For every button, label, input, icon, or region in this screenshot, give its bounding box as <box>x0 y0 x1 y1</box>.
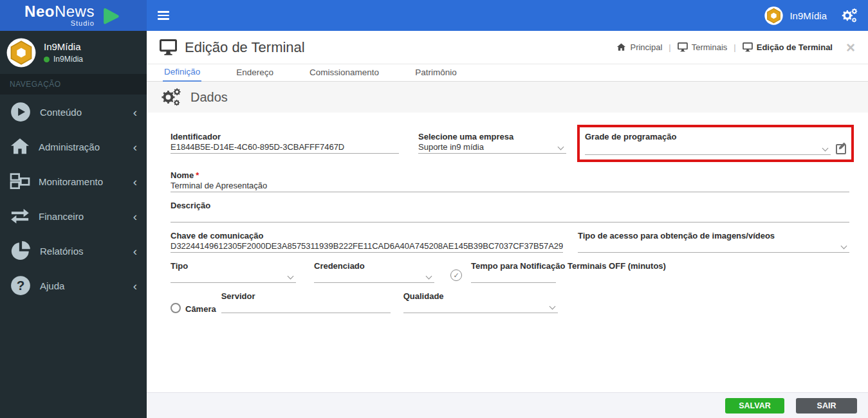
chevron-down-icon <box>822 145 829 152</box>
tab-patrimonio[interactable]: Patrimônio <box>414 65 458 81</box>
sidebar-item-conteudo[interactable]: Conteúdo ‹ <box>0 95 147 129</box>
chevron-down-icon <box>841 243 847 250</box>
close-icon[interactable]: × <box>846 40 855 55</box>
chave-field[interactable]: D32244149612305F2000DE3A8575311939B222FE… <box>171 241 563 253</box>
monitor-icon <box>743 42 753 52</box>
descricao-field[interactable] <box>171 210 849 223</box>
qualidade-select[interactable] <box>403 301 558 313</box>
camera-label: Câmera <box>185 304 216 314</box>
tipo-label: Tipo <box>171 261 296 271</box>
home-icon <box>10 136 30 157</box>
nome-field[interactable]: Terminal de Apresentação <box>171 180 849 192</box>
topbar-user-name[interactable]: In9Mídia <box>790 10 827 21</box>
grade-label: Grade de programação <box>585 132 676 141</box>
settings-cogs-icon[interactable] <box>841 8 858 24</box>
credenciado-select[interactable] <box>314 271 434 283</box>
breadcrumb-principal[interactable]: Principal <box>616 42 662 52</box>
tab-comissionamento[interactable]: Comissionamento <box>308 65 380 81</box>
camera-radio[interactable] <box>171 303 181 313</box>
tipo-acesso-label: Tipo de acesso para obtenção de imagens/… <box>578 231 849 241</box>
tempo-off-label: Tempo para Notificação Terminais OFF (mi… <box>471 261 693 271</box>
servidor-field[interactable] <box>221 301 391 313</box>
empresa-select[interactable]: Suporte in9 mídia <box>418 141 566 154</box>
home-icon <box>616 42 626 52</box>
chevron-left-icon: ‹ <box>133 176 137 188</box>
tab-bar: Definição Endereço Comissionamento Patri… <box>147 64 868 82</box>
exchange-arrows-icon <box>10 206 30 226</box>
chave-label: Chave de comunicação <box>171 231 563 241</box>
play-logo-icon <box>100 5 122 27</box>
chevron-left-icon: ‹ <box>133 141 137 153</box>
identificador-label: Identificador <box>171 132 399 141</box>
grade-select[interactable] <box>585 143 831 155</box>
chevron-left-icon: ‹ <box>133 245 137 257</box>
servidor-label: Servidor <box>221 291 391 301</box>
sidebar-item-administracao[interactable]: Administração ‹ <box>0 129 147 164</box>
question-circle-icon <box>10 275 32 296</box>
check-circle-icon[interactable]: ✓ <box>450 269 462 281</box>
chevron-left-icon: ‹ <box>133 106 137 118</box>
brand-subtitle: Studio <box>24 20 95 27</box>
identificador-field[interactable]: E1844B5E-D14E-4C60-895D-3CBAFFF7467D <box>171 141 399 154</box>
sidebar-user-panel[interactable]: In9Mídia In9Mídia <box>0 31 147 74</box>
tipo-acesso-select[interactable] <box>578 241 849 253</box>
sidebar-item-monitoramento[interactable]: Monitoramento ‹ <box>0 164 147 199</box>
hamburger-menu-icon[interactable] <box>158 9 169 22</box>
navigation-label: NAVEGAÇÃO <box>0 74 147 95</box>
monitor-icon <box>160 39 177 56</box>
breadcrumb-terminais[interactable]: Terminais <box>678 42 728 52</box>
sidebar-menu: Conteúdo ‹ Administração ‹ Monitoramento… <box>0 95 147 303</box>
page-header: Edição de Terminal Principal | Terminais… <box>147 31 868 64</box>
chevron-down-icon <box>558 144 564 150</box>
tab-definicao[interactable]: Definição <box>163 64 201 82</box>
main-content: Edição de Terminal Principal | Terminais… <box>147 31 868 418</box>
cogs-icon <box>160 87 182 107</box>
nome-label: Nome* <box>171 170 849 180</box>
chevron-down-icon <box>549 304 555 310</box>
tab-endereco[interactable]: Endereço <box>235 65 275 81</box>
sidebar: NeoNews Studio In9Mídia In9Mídia NAVEGAÇ… <box>0 0 147 418</box>
avatar <box>6 38 36 68</box>
sidebar-item-relatorios[interactable]: Relatórios ‹ <box>0 233 147 268</box>
tipo-select[interactable] <box>171 271 296 283</box>
sidebar-item-financeiro[interactable]: Financeiro ‹ <box>0 199 147 233</box>
required-asterisk: * <box>196 170 199 180</box>
monitor-icon <box>678 42 688 52</box>
chevron-down-icon <box>426 273 432 280</box>
chevron-left-icon: ‹ <box>133 280 137 292</box>
section-header: Dados <box>147 82 868 113</box>
pie-chart-icon <box>10 240 32 262</box>
edit-icon[interactable] <box>836 144 846 154</box>
sidebar-user-status: In9Mídia <box>53 55 83 64</box>
sidebar-user-name: In9Mídia <box>44 41 83 52</box>
action-footer: SALVAR SAIR <box>147 392 868 418</box>
save-button[interactable]: SALVAR <box>725 398 784 413</box>
page-title: Edição de Terminal <box>160 39 305 56</box>
breadcrumb-edicao-de-terminal: Edição de Terminal <box>743 42 833 52</box>
breadcrumb: Principal | Terminais | Edição de Termin… <box>616 40 855 55</box>
exit-button[interactable]: SAIR <box>796 398 857 413</box>
descricao-label: Descrição <box>171 201 849 210</box>
terminal-form: Identificador E1844B5E-D14E-4C60-895D-3C… <box>147 113 868 314</box>
sidebar-item-ajuda[interactable]: Ajuda ‹ <box>0 268 147 303</box>
online-status-icon <box>44 57 50 62</box>
empresa-label: Selecione uma empresa <box>418 132 566 141</box>
chevron-left-icon: ‹ <box>133 210 137 223</box>
screens-icon <box>10 172 30 191</box>
credenciado-label: Credenciado <box>314 261 434 271</box>
app-logo[interactable]: NeoNews Studio <box>0 0 147 31</box>
section-title: Dados <box>190 90 228 105</box>
brand-name: NeoNews <box>24 4 95 19</box>
topbar: In9Mídia <box>147 0 868 31</box>
play-circle-icon <box>10 101 32 123</box>
grade-highlight-box: Grade de programação <box>577 125 854 162</box>
tempo-off-field[interactable] <box>471 271 556 283</box>
qualidade-label: Qualidade <box>403 291 558 301</box>
chevron-down-icon <box>288 273 294 280</box>
topbar-avatar[interactable] <box>764 6 783 25</box>
